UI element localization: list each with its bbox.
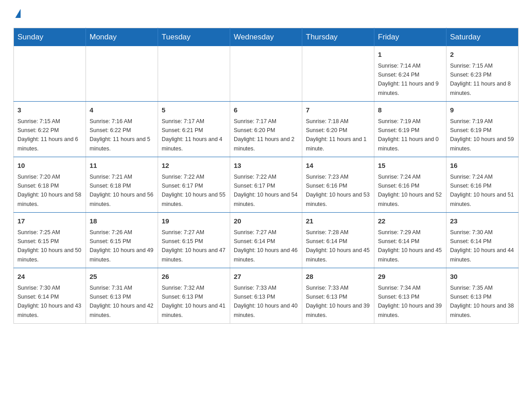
calendar-day-cell: 14Sunrise: 7:23 AMSunset: 6:16 PMDayligh… xyxy=(302,157,374,213)
calendar-day-cell: 7Sunrise: 7:18 AMSunset: 6:20 PMDaylight… xyxy=(302,102,374,157)
calendar-week-row: 3Sunrise: 7:15 AMSunset: 6:22 PMDaylight… xyxy=(14,102,519,157)
calendar-day-cell xyxy=(158,46,230,102)
calendar-day-cell: 18Sunrise: 7:26 AMSunset: 6:15 PMDayligh… xyxy=(86,213,158,268)
calendar-day-cell: 9Sunrise: 7:19 AMSunset: 6:19 PMDaylight… xyxy=(446,102,519,157)
day-number: 22 xyxy=(378,216,442,227)
day-number: 9 xyxy=(450,105,515,116)
day-info: Sunrise: 7:30 AMSunset: 6:14 PMDaylight:… xyxy=(450,229,514,263)
calendar-day-cell xyxy=(14,46,86,102)
day-number: 11 xyxy=(90,161,154,171)
day-number: 12 xyxy=(162,161,226,171)
calendar-day-cell: 21Sunrise: 7:28 AMSunset: 6:14 PMDayligh… xyxy=(302,213,374,268)
logo xyxy=(13,9,22,19)
day-number: 25 xyxy=(90,272,154,282)
day-number: 7 xyxy=(306,105,370,116)
calendar-day-cell: 12Sunrise: 7:22 AMSunset: 6:17 PMDayligh… xyxy=(158,157,230,213)
calendar-day-cell: 22Sunrise: 7:29 AMSunset: 6:14 PMDayligh… xyxy=(374,213,446,268)
day-info: Sunrise: 7:16 AMSunset: 6:22 PMDaylight:… xyxy=(90,118,150,152)
day-of-week-header: Wednesday xyxy=(230,28,302,47)
day-info: Sunrise: 7:14 AMSunset: 6:24 PMDaylight:… xyxy=(378,63,439,96)
calendar-day-cell xyxy=(86,46,158,102)
day-info: Sunrise: 7:32 AMSunset: 6:13 PMDaylight:… xyxy=(162,285,225,318)
day-info: Sunrise: 7:17 AMSunset: 6:21 PMDaylight:… xyxy=(162,118,223,152)
day-info: Sunrise: 7:24 AMSunset: 6:16 PMDaylight:… xyxy=(378,174,442,207)
day-of-week-header: Monday xyxy=(86,28,158,47)
day-info: Sunrise: 7:19 AMSunset: 6:19 PMDaylight:… xyxy=(378,118,439,152)
calendar-day-cell: 24Sunrise: 7:30 AMSunset: 6:14 PMDayligh… xyxy=(14,268,86,324)
day-number: 2 xyxy=(450,50,515,60)
calendar-day-cell: 8Sunrise: 7:19 AMSunset: 6:19 PMDaylight… xyxy=(374,102,446,157)
logo-triangle-icon xyxy=(15,9,21,18)
day-number: 3 xyxy=(17,105,82,116)
day-number: 21 xyxy=(306,216,370,227)
day-number: 18 xyxy=(90,216,154,227)
calendar-day-cell: 1Sunrise: 7:14 AMSunset: 6:24 PMDaylight… xyxy=(374,46,446,102)
day-info: Sunrise: 7:23 AMSunset: 6:16 PMDaylight:… xyxy=(306,174,369,207)
day-info: Sunrise: 7:30 AMSunset: 6:14 PMDaylight:… xyxy=(17,285,81,318)
day-info: Sunrise: 7:25 AMSunset: 6:15 PMDaylight:… xyxy=(17,229,81,263)
day-info: Sunrise: 7:27 AMSunset: 6:14 PMDaylight:… xyxy=(234,229,297,263)
calendar-day-cell: 17Sunrise: 7:25 AMSunset: 6:15 PMDayligh… xyxy=(14,213,86,268)
calendar-day-cell: 16Sunrise: 7:24 AMSunset: 6:16 PMDayligh… xyxy=(446,157,519,213)
day-number: 6 xyxy=(234,105,298,116)
day-number: 30 xyxy=(450,272,515,282)
calendar-day-cell: 26Sunrise: 7:32 AMSunset: 6:13 PMDayligh… xyxy=(158,268,230,324)
calendar-body: 1Sunrise: 7:14 AMSunset: 6:24 PMDaylight… xyxy=(14,46,519,324)
day-info: Sunrise: 7:31 AMSunset: 6:13 PMDaylight:… xyxy=(90,285,153,318)
calendar-day-cell: 29Sunrise: 7:34 AMSunset: 6:13 PMDayligh… xyxy=(374,268,446,324)
day-number: 20 xyxy=(234,216,298,227)
calendar-day-cell: 27Sunrise: 7:33 AMSunset: 6:13 PMDayligh… xyxy=(230,268,302,324)
calendar-day-cell: 4Sunrise: 7:16 AMSunset: 6:22 PMDaylight… xyxy=(86,102,158,157)
day-number: 16 xyxy=(450,161,515,171)
calendar-day-cell: 6Sunrise: 7:17 AMSunset: 6:20 PMDaylight… xyxy=(230,102,302,157)
calendar-day-cell xyxy=(230,46,302,102)
day-info: Sunrise: 7:15 AMSunset: 6:22 PMDaylight:… xyxy=(17,118,78,152)
day-number: 24 xyxy=(17,272,82,282)
day-info: Sunrise: 7:22 AMSunset: 6:17 PMDaylight:… xyxy=(162,174,225,207)
calendar-day-cell: 19Sunrise: 7:27 AMSunset: 6:15 PMDayligh… xyxy=(158,213,230,268)
calendar-week-row: 10Sunrise: 7:20 AMSunset: 6:18 PMDayligh… xyxy=(14,157,519,213)
calendar-day-cell: 23Sunrise: 7:30 AMSunset: 6:14 PMDayligh… xyxy=(446,213,519,268)
calendar-day-cell xyxy=(302,46,374,102)
day-info: Sunrise: 7:17 AMSunset: 6:20 PMDaylight:… xyxy=(234,118,295,152)
calendar-week-row: 17Sunrise: 7:25 AMSunset: 6:15 PMDayligh… xyxy=(14,213,519,268)
day-number: 27 xyxy=(234,272,298,282)
calendar-day-cell: 10Sunrise: 7:20 AMSunset: 6:18 PMDayligh… xyxy=(14,157,86,213)
day-number: 28 xyxy=(306,272,370,282)
day-number: 8 xyxy=(378,105,442,116)
day-info: Sunrise: 7:33 AMSunset: 6:13 PMDaylight:… xyxy=(234,285,297,318)
day-number: 14 xyxy=(306,161,370,171)
calendar-day-cell: 30Sunrise: 7:35 AMSunset: 6:13 PMDayligh… xyxy=(446,268,519,324)
day-info: Sunrise: 7:21 AMSunset: 6:18 PMDaylight:… xyxy=(90,174,153,207)
calendar-day-cell: 25Sunrise: 7:31 AMSunset: 6:13 PMDayligh… xyxy=(86,268,158,324)
day-info: Sunrise: 7:24 AMSunset: 6:16 PMDaylight:… xyxy=(450,174,514,207)
day-info: Sunrise: 7:28 AMSunset: 6:14 PMDaylight:… xyxy=(306,229,369,263)
calendar-day-cell: 15Sunrise: 7:24 AMSunset: 6:16 PMDayligh… xyxy=(374,157,446,213)
calendar-day-cell: 13Sunrise: 7:22 AMSunset: 6:17 PMDayligh… xyxy=(230,157,302,213)
day-number: 4 xyxy=(90,105,154,116)
day-number: 13 xyxy=(234,161,298,171)
day-of-week-header: Friday xyxy=(374,28,446,47)
calendar-day-cell: 20Sunrise: 7:27 AMSunset: 6:14 PMDayligh… xyxy=(230,213,302,268)
day-info: Sunrise: 7:33 AMSunset: 6:13 PMDaylight:… xyxy=(306,285,369,318)
day-number: 1 xyxy=(378,50,442,60)
day-number: 23 xyxy=(450,216,515,227)
day-number: 5 xyxy=(162,105,226,116)
day-info: Sunrise: 7:29 AMSunset: 6:14 PMDaylight:… xyxy=(378,229,442,263)
day-header-row: SundayMondayTuesdayWednesdayThursdayFrid… xyxy=(14,28,519,47)
day-info: Sunrise: 7:27 AMSunset: 6:15 PMDaylight:… xyxy=(162,229,225,263)
calendar-day-cell: 5Sunrise: 7:17 AMSunset: 6:21 PMDaylight… xyxy=(158,102,230,157)
day-info: Sunrise: 7:34 AMSunset: 6:13 PMDaylight:… xyxy=(378,285,442,318)
day-info: Sunrise: 7:26 AMSunset: 6:15 PMDaylight:… xyxy=(90,229,153,263)
day-number: 26 xyxy=(162,272,226,282)
day-of-week-header: Sunday xyxy=(14,28,86,47)
day-number: 15 xyxy=(378,161,442,171)
day-info: Sunrise: 7:19 AMSunset: 6:19 PMDaylight:… xyxy=(450,118,514,152)
day-number: 10 xyxy=(17,161,82,171)
calendar-day-cell: 28Sunrise: 7:33 AMSunset: 6:13 PMDayligh… xyxy=(302,268,374,324)
day-number: 29 xyxy=(378,272,442,282)
calendar-table: SundayMondayTuesdayWednesdayThursdayFrid… xyxy=(13,28,519,324)
day-of-week-header: Tuesday xyxy=(158,28,230,47)
calendar-day-cell: 11Sunrise: 7:21 AMSunset: 6:18 PMDayligh… xyxy=(86,157,158,213)
calendar-week-row: 1Sunrise: 7:14 AMSunset: 6:24 PMDaylight… xyxy=(14,46,519,102)
